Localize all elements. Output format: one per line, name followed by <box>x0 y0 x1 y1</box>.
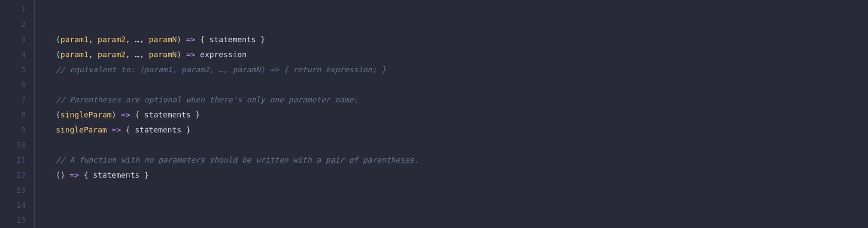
comma: , <box>88 35 98 44</box>
arrow-token: => <box>186 50 196 59</box>
param-token: param1 <box>61 35 88 44</box>
comment-token: // A function with no parameters should … <box>56 155 419 164</box>
brace-close: } <box>140 170 149 179</box>
line-number: 14 <box>0 197 26 213</box>
code-line: (singleParam) => { statements } <box>56 107 868 122</box>
comment-token: // equivalent to: (param1, param2, …, pa… <box>56 65 386 74</box>
line-number: 10 <box>0 137 26 152</box>
brace-open: { <box>195 35 209 44</box>
brace-open: { <box>130 110 144 119</box>
code-line: // Parentheses are optional when there's… <box>56 92 868 107</box>
param-token: singleParam <box>61 110 112 119</box>
line-number: 9 <box>0 122 26 137</box>
line-number: 7 <box>0 92 26 107</box>
param-token: paramN <box>149 35 177 44</box>
paren-close: ) <box>112 110 121 119</box>
code-line <box>56 182 868 197</box>
space <box>107 125 112 134</box>
brace-close: } <box>191 110 200 119</box>
paren-open: ( <box>56 50 61 59</box>
line-number: 13 <box>0 182 26 197</box>
arrow-token: => <box>186 35 196 44</box>
paren-close: ) <box>177 50 186 59</box>
statements-token: statements <box>144 110 191 119</box>
param-token: singleParam <box>56 125 107 134</box>
expression-token: expression <box>200 50 246 59</box>
statements-token: statements <box>93 170 140 179</box>
code-line <box>56 77 868 92</box>
code-line <box>56 2 868 17</box>
code-line: // A function with no parameters should … <box>56 152 868 167</box>
brace-open: { <box>79 170 93 179</box>
comment-token: // Parentheses are optional when there's… <box>56 95 358 104</box>
code-line: singleParam => { statements } <box>56 122 868 137</box>
line-number: 11 <box>0 152 26 167</box>
line-number: 6 <box>0 77 26 92</box>
code-line: () => { statements } <box>56 167 868 182</box>
comma: , …, <box>126 35 149 44</box>
line-number: 1 <box>0 2 26 17</box>
code-content[interactable]: (param1, param2, …, paramN) => { stateme… <box>35 0 868 228</box>
paren-close: ) <box>177 35 186 44</box>
code-line: (param1, param2, …, paramN) => expressio… <box>56 47 868 62</box>
arrow-token: => <box>121 110 131 119</box>
statements-token: statements <box>135 125 181 134</box>
comma: , <box>88 50 98 59</box>
line-number: 12 <box>0 167 26 182</box>
code-line <box>56 197 868 213</box>
line-number: 8 <box>0 107 26 122</box>
param-token: param2 <box>98 35 126 44</box>
line-gutter: 1 2 3 4 5 6 7 8 9 10 11 12 13 14 15 <box>0 0 34 228</box>
code-line: (param1, param2, …, paramN) => { stateme… <box>56 32 868 47</box>
statements-token: statements <box>209 35 256 44</box>
code-line <box>56 137 868 152</box>
space <box>195 50 200 59</box>
line-number: 15 <box>0 213 26 228</box>
arrow-token: => <box>112 125 121 134</box>
code-line: // equivalent to: (param1, param2, …, pa… <box>56 62 868 77</box>
paren-empty: () <box>56 170 70 179</box>
param-token: paramN <box>149 50 177 59</box>
brace-close: } <box>256 35 265 44</box>
arrow-token: => <box>70 170 79 179</box>
line-number: 2 <box>0 17 26 32</box>
paren-open: ( <box>56 35 61 44</box>
code-line <box>56 17 868 32</box>
paren-open: ( <box>56 110 61 119</box>
comma: , …, <box>126 50 149 59</box>
line-number: 4 <box>0 47 26 62</box>
param-token: param2 <box>98 50 126 59</box>
brace-close: } <box>182 125 191 134</box>
code-line <box>56 213 868 228</box>
param-token: param1 <box>61 50 88 59</box>
line-number: 3 <box>0 32 26 47</box>
line-number: 5 <box>0 62 26 77</box>
code-editor[interactable]: 1 2 3 4 5 6 7 8 9 10 11 12 13 14 15 (par… <box>0 0 868 228</box>
brace-open: { <box>121 125 135 134</box>
